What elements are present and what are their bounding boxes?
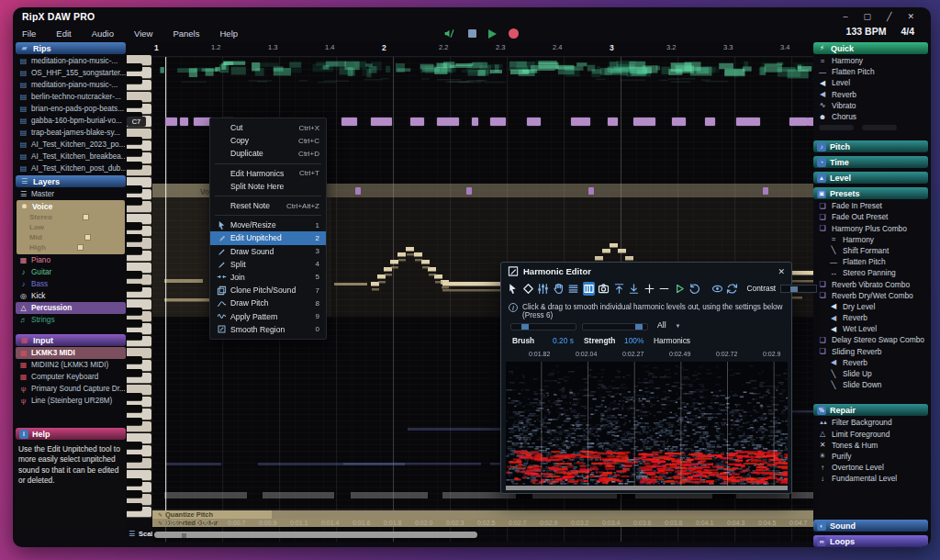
context-menu-item-split[interactable]: Split4 xyxy=(210,258,326,271)
close-button[interactable]: ✕ xyxy=(907,12,914,21)
quick-item-harmony[interactable]: =Harmony xyxy=(813,55,928,66)
layer-item-kick[interactable]: ◎Kick xyxy=(16,290,126,302)
black-key[interactable] xyxy=(127,162,142,169)
input-device-item[interactable]: ▦MIDIIN2 (LKMK3 MIDI) xyxy=(16,359,126,371)
he-tool-lines[interactable] xyxy=(567,282,579,296)
he-tool-add[interactable] xyxy=(643,282,655,296)
he-tool-sliders[interactable] xyxy=(537,282,549,296)
context-menu-item-draw-pitch[interactable]: Draw Pitch8 xyxy=(210,297,326,309)
he-tool-region-select[interactable] xyxy=(583,282,595,296)
midi-note[interactable] xyxy=(608,118,618,126)
loops-panel-header[interactable]: ∞Loops xyxy=(813,535,928,547)
repair-item[interactable]: ▲▲Filter Background xyxy=(813,417,928,428)
black-key[interactable] xyxy=(127,197,142,205)
strength-slider[interactable] xyxy=(582,323,648,330)
black-key[interactable] xyxy=(127,332,142,340)
midi-note-fragment[interactable] xyxy=(355,187,361,195)
harmonic-editor-titlebar[interactable]: Harmonic Editor ✕ xyxy=(501,263,791,278)
rip-file-item[interactable]: ▤AI_Test_Kitchen_post_dub... xyxy=(16,162,126,174)
mini-slider[interactable] xyxy=(819,125,854,130)
midi-note-fragment[interactable] xyxy=(763,187,768,195)
layer-item-voice[interactable]: ☻Voice xyxy=(17,200,125,212)
black-key[interactable] xyxy=(127,405,142,412)
black-key[interactable] xyxy=(127,356,142,364)
audio-preview-button[interactable] xyxy=(442,27,456,40)
black-key[interactable] xyxy=(127,63,142,71)
input-device-item[interactable]: ▦Computer Keyboard xyxy=(16,371,126,383)
he-tool-refresh[interactable] xyxy=(726,282,738,296)
repair-item[interactable]: ✕Tones & Hum xyxy=(813,440,928,451)
record-button[interactable] xyxy=(509,28,519,39)
black-key[interactable] xyxy=(127,76,142,84)
quick-panel-header[interactable]: ⚡Quick xyxy=(813,42,928,54)
adjust-button[interactable]: ╱ xyxy=(887,12,891,21)
context-menu-item-smooth-region[interactable]: Smooth Region0 xyxy=(210,323,326,336)
rip-file-item[interactable]: ▤OS_HHF_155_songstarter... xyxy=(16,67,126,79)
he-tool-grab[interactable] xyxy=(553,282,565,296)
spectrogram-canvas[interactable] xyxy=(506,362,788,490)
rips-panel-header[interactable]: ▰Rips xyxy=(16,42,126,54)
black-key[interactable] xyxy=(127,454,142,462)
maximize-button[interactable]: ▢ xyxy=(864,12,872,21)
contrast-slider-handle[interactable] xyxy=(790,286,798,292)
preset-item[interactable]: ╲Slide Up xyxy=(813,368,928,379)
black-key[interactable] xyxy=(127,418,142,425)
voice-sub-slider[interactable] xyxy=(83,214,89,220)
midi-note[interactable] xyxy=(672,118,686,126)
he-tool-pointer[interactable] xyxy=(507,282,519,296)
black-key[interactable] xyxy=(127,308,142,315)
section-header-level[interactable]: ▲Level xyxy=(813,172,928,184)
presets-panel-header[interactable]: ▣Presets xyxy=(813,187,928,199)
midi-note[interactable] xyxy=(789,118,808,126)
piano-keyboard[interactable]: C7 xyxy=(127,55,152,519)
layers-panel-header[interactable]: ☰Layers xyxy=(16,175,126,187)
midi-note-fragment[interactable] xyxy=(466,187,472,195)
repair-item[interactable]: ✳Purify xyxy=(813,451,928,462)
preset-item[interactable]: ❏Sliding Reverb xyxy=(813,346,928,357)
menu-help[interactable]: Help xyxy=(219,28,251,39)
layer-item-master[interactable]: ☰Master xyxy=(16,188,126,200)
he-tool-subtract[interactable] xyxy=(658,282,670,296)
context-menu-item-move-resize[interactable]: Move/Resize1 xyxy=(210,218,326,231)
context-menu-item-clone-pitch-sound[interactable]: Clone Pitch/Sound7 xyxy=(210,284,326,297)
midi-note[interactable] xyxy=(371,118,392,126)
input-device-item[interactable]: ψLine (Steinberg UR28M) xyxy=(16,395,126,407)
minimize-button[interactable]: – xyxy=(844,12,848,21)
layer-item-piano[interactable]: ▦Piano xyxy=(16,254,126,266)
black-key[interactable] xyxy=(127,503,142,510)
stop-button[interactable] xyxy=(468,29,476,38)
he-tool-camera[interactable] xyxy=(598,282,610,296)
midi-note[interactable] xyxy=(437,118,459,126)
brush-slider[interactable] xyxy=(510,323,576,330)
context-menu-item-apply-pattern[interactable]: Apply Pattern9 xyxy=(210,309,326,322)
rip-file-item[interactable]: ▤trap-beat-james-blake-sy... xyxy=(16,127,126,139)
layer-item-bass[interactable]: ♪Bass xyxy=(16,278,126,290)
black-key[interactable] xyxy=(127,478,142,486)
black-key[interactable] xyxy=(127,222,142,230)
context-menu-item-draw-sound[interactable]: Draw Sound3 xyxy=(210,245,326,258)
layer-item-percussion[interactable]: △Percussion xyxy=(16,302,126,314)
voice-sub-slider[interactable] xyxy=(84,234,91,241)
he-tool-eye[interactable] xyxy=(711,282,723,296)
rip-file-item[interactable]: ▤brian-eno-pads-pop-beats... xyxy=(16,103,126,115)
quick-item-flatten-pitch[interactable]: —Flatten Pitch xyxy=(813,66,928,77)
close-icon[interactable]: ✕ xyxy=(778,267,785,276)
preset-item[interactable]: ◀Wet Level xyxy=(813,323,928,334)
preset-item[interactable]: ❏Delay Stereo Swap Combo xyxy=(813,334,928,345)
menu-file[interactable]: File xyxy=(22,28,49,39)
horizontal-scrollbar[interactable] xyxy=(152,531,813,539)
black-key[interactable] xyxy=(127,137,142,144)
black-key[interactable] xyxy=(127,490,142,498)
contrast-slider[interactable] xyxy=(780,285,817,293)
quick-item-reverb[interactable]: ◀Reverb xyxy=(813,89,928,100)
repair-item[interactable]: △Limit Foreground xyxy=(813,429,928,440)
black-key[interactable] xyxy=(127,393,142,400)
harmonics-dropdown[interactable]: All▼ xyxy=(657,320,681,330)
preset-item[interactable]: ❏Fade Out Preset xyxy=(813,211,928,222)
he-tool-lower-bottom[interactable] xyxy=(628,282,640,296)
preset-item[interactable]: ❏Reverb Vibrato Combo xyxy=(813,278,928,289)
menu-view[interactable]: View xyxy=(134,28,165,39)
midi-note[interactable] xyxy=(527,118,541,126)
voice-sub-slider[interactable] xyxy=(77,244,84,251)
context-menu-item-split-note-here[interactable]: Split Note Here xyxy=(210,180,326,193)
